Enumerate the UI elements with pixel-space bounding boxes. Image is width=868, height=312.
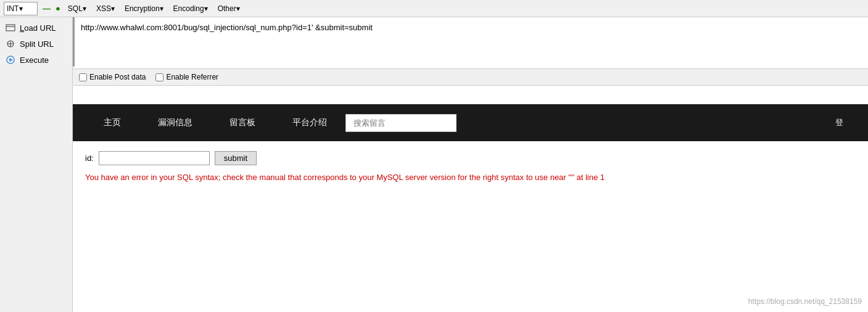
nav-platform-intro[interactable]: 平台介绍	[274, 104, 345, 141]
content-area: Enable Post data Enable Referrer 主页 漏洞信息…	[73, 17, 868, 312]
load-url-label: Load URL	[20, 23, 56, 33]
watermark: https://blog.csdn.net/qq_21538159	[748, 297, 862, 306]
other-menu[interactable]: Other▾	[215, 4, 242, 13]
nav-home[interactable]: 主页	[85, 104, 139, 141]
sql-menu[interactable]: SQL▾	[65, 4, 89, 13]
url-options-bar: Enable Post data Enable Referrer	[73, 68, 868, 85]
encoding-menu[interactable]: Encoding▾	[171, 4, 210, 13]
url-bar-area: Enable Post data Enable Referrer	[73, 17, 868, 86]
split-url-item[interactable]: Split URL	[0, 36, 72, 52]
enable-post-label[interactable]: Enable Post data	[79, 73, 146, 81]
submit-button[interactable]: submit	[215, 151, 257, 165]
dot-green-icon: ●	[56, 4, 60, 13]
load-url-icon	[5, 22, 16, 33]
int-select[interactable]: INT	[7, 4, 19, 13]
site-nav: 主页 漏洞信息 留言板 平台介绍 登	[73, 104, 868, 141]
sidebar: Load URL Split URL Execute	[0, 17, 73, 312]
form-area: id: submit You have an error in your SQL…	[73, 141, 868, 194]
load-url-item[interactable]: Load URL	[0, 20, 72, 36]
svg-marker-6	[9, 58, 13, 62]
execute-icon	[5, 54, 16, 65]
dropdown-arrow: ▾	[19, 4, 23, 13]
id-input[interactable]	[99, 151, 210, 165]
split-url-icon	[5, 38, 16, 49]
search-input[interactable]	[345, 114, 457, 132]
arrow-left-icon: —	[43, 4, 51, 13]
toolbar: INT ▾ — ● SQL▾ XSS▾ Encryption▾ Encoding…	[0, 0, 868, 17]
nav-vuln-info[interactable]: 漏洞信息	[139, 104, 211, 141]
enable-post-checkbox[interactable]	[79, 73, 87, 81]
split-url-label: Split URL	[20, 39, 54, 49]
enable-referrer-checkbox[interactable]	[155, 73, 163, 81]
int-dropdown[interactable]: INT ▾	[4, 2, 38, 15]
web-content: 主页 漏洞信息 留言板 平台介绍 登 id: submit You have a…	[73, 86, 868, 312]
encryption-menu[interactable]: Encryption▾	[122, 4, 166, 13]
id-row: id: submit	[85, 151, 856, 165]
error-message: You have an error in your SQL syntax; ch…	[85, 171, 856, 184]
main-area: Load URL Split URL Execute	[0, 17, 868, 312]
execute-label: Execute	[20, 55, 49, 65]
nav-right-text: 登	[835, 117, 856, 128]
xss-menu[interactable]: XSS▾	[94, 4, 117, 13]
url-input[interactable]	[73, 17, 868, 67]
enable-post-text: Enable Post data	[89, 73, 146, 81]
enable-referrer-label[interactable]: Enable Referrer	[155, 73, 218, 81]
nav-message-board[interactable]: 留言板	[211, 104, 274, 141]
id-label: id:	[85, 154, 94, 163]
svg-rect-0	[6, 25, 15, 31]
execute-item[interactable]: Execute	[0, 52, 72, 68]
enable-referrer-text: Enable Referrer	[166, 73, 218, 81]
